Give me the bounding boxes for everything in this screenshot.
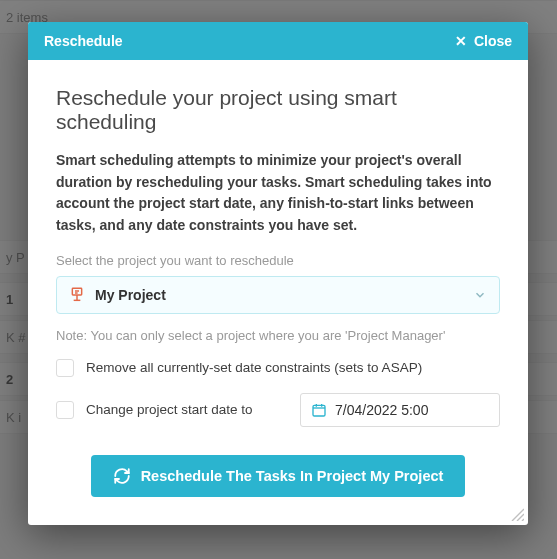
selected-project-label: My Project [95,287,166,303]
project-icon [69,287,85,303]
checkbox-row-change-start: Change project start date to 7/04/2022 5… [56,393,500,427]
close-button[interactable]: ✕ Close [455,33,512,49]
description-text: Smart scheduling attempts to minimize yo… [56,150,500,237]
start-date-input[interactable]: 7/04/2022 5:00 [300,393,500,427]
modal-header: Reschedule ✕ Close [28,22,528,60]
close-label: Close [474,33,512,49]
checkbox-remove-constraints[interactable] [56,359,74,377]
modal-footer: Reschedule The Tasks In Project My Proje… [56,455,500,497]
note-text: Note: You can only select a project wher… [56,328,500,343]
calendar-icon [311,402,327,418]
modal-title-small: Reschedule [44,33,123,49]
svg-rect-1 [313,405,325,416]
checkbox-row-remove-constraints: Remove all currently-set date constraint… [56,359,500,377]
close-icon: ✕ [455,33,467,49]
checkbox-change-start-label: Change project start date to [86,402,253,417]
project-select[interactable]: My Project [56,276,500,314]
refresh-icon [113,467,131,485]
checkbox-change-start[interactable] [56,401,74,419]
resize-handle[interactable] [510,507,524,521]
checkbox-remove-constraints-label: Remove all currently-set date constraint… [86,360,422,375]
chevron-down-icon [473,288,487,302]
page-title: Reschedule your project using smart sche… [56,86,500,134]
reschedule-modal: Reschedule ✕ Close Reschedule your proje… [28,22,528,525]
reschedule-button[interactable]: Reschedule The Tasks In Project My Proje… [91,455,466,497]
reschedule-button-label: Reschedule The Tasks In Project My Proje… [141,468,444,484]
select-label: Select the project you want to reschedul… [56,253,500,268]
modal-body: Reschedule your project using smart sche… [28,60,528,525]
start-date-value: 7/04/2022 5:00 [335,402,428,418]
